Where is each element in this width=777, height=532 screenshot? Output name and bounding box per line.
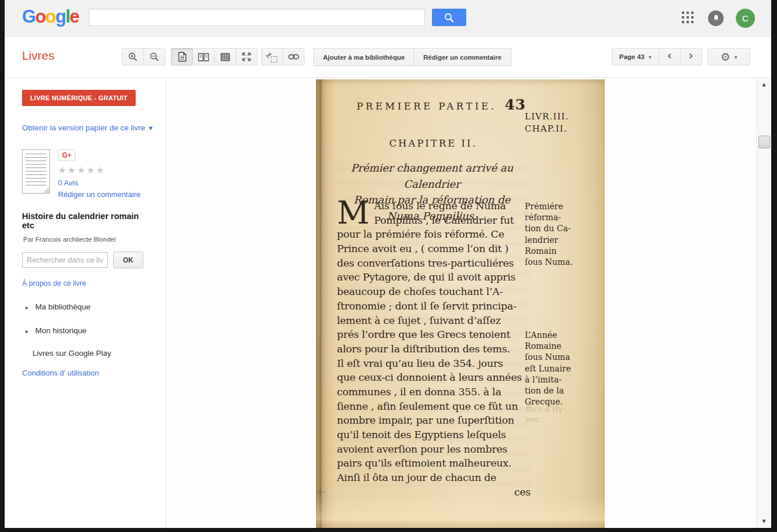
apps-grid-icon[interactable] [681, 10, 696, 25]
sidebar-item-my-history[interactable]: ▸ Mon historique [26, 326, 165, 335]
page-number: 43 [504, 96, 526, 113]
book-viewer: PREMIERE PARTIE. 43 LIVR.III. CHAP.II. C… [166, 78, 757, 528]
sidebar-item-my-library[interactable]: ▸ Ma bibliothèque [26, 303, 165, 311]
scrollbar-thumb[interactable] [758, 136, 770, 148]
write-review-link[interactable]: Rédiger un commentaire [58, 190, 140, 199]
logo-letter: o [45, 6, 55, 27]
body-line: beaucoup de choſes touchant l’A- [337, 285, 532, 299]
margin-note-lunar-year: L’Année Romaine ſous Numa eſt Lunaire à … [525, 330, 571, 407]
vertical-scrollbar[interactable]: ▲ ▼ [756, 78, 771, 528]
body-line: Prince avoit eu , ( comme l’on dit ) [337, 242, 532, 256]
page-curl-icon [43, 187, 49, 193]
search-in-book-input[interactable] [22, 252, 108, 268]
body-line: pairs qu’ils eſtimoient malheureux. [337, 456, 532, 471]
sidebar-item-google-play[interactable]: Livres sur Google Play [32, 349, 165, 358]
chevron-down-icon: ▾ [648, 54, 651, 60]
body-line: qu’il tenoit des Egyptiens leſquels [337, 428, 532, 442]
next-page-button[interactable]: › [680, 48, 702, 65]
write-review-button[interactable]: Rédiger un commentaire [413, 48, 511, 66]
catchword: ces [337, 485, 532, 500]
previous-page-button[interactable]: ‹ [659, 48, 681, 65]
my-library-label: Ma bibliothèque [35, 303, 90, 311]
scroll-down-arrow[interactable]: ▼ [757, 519, 771, 524]
page-running-header: PREMIERE PARTIE. 43 [357, 96, 526, 113]
notifications-button[interactable] [708, 10, 724, 26]
body-line: nombre impair, par une ſuperſtition [337, 413, 532, 428]
scroll-up-arrow[interactable]: ▲ [757, 82, 771, 87]
margin-note-ghost: ffice d’Hy- ver. [526, 404, 565, 425]
link-icon [288, 53, 299, 60]
logo-letter: l [66, 6, 70, 27]
page-selector-label: Page 43 [619, 53, 644, 60]
rating-column: G+ ★★★★★ 0 Avis Rédiger un commentaire [58, 150, 140, 199]
triangle-right-icon: ▸ [26, 304, 28, 311]
add-to-library-button[interactable]: Ajouter à ma bibliothèque [313, 48, 415, 66]
pencil-mark: 4- [317, 486, 326, 497]
body-line: Il eſt vrai qu’au lieu de 354. jours [337, 356, 532, 371]
fullscreen-icon [241, 52, 252, 62]
logo-letter: G [22, 6, 35, 27]
free-ebook-button[interactable]: LIVRE NUMÉRIQUE - GRATUIT [22, 90, 136, 106]
body-line: avoient averſion pour les nombres [337, 442, 532, 457]
terms-link[interactable]: Conditions d' utilisation [22, 369, 165, 377]
get-print-version-link[interactable]: Obtenir la version papier de ce livre ▼ [22, 123, 165, 132]
thumbnails-grid-icon [220, 53, 230, 61]
google-logo[interactable]: Google [22, 6, 79, 27]
book-author: Par Francois architecte Blondel [23, 236, 165, 243]
star-rating[interactable]: ★★★★★ [58, 165, 106, 176]
thumbnails-view-button[interactable] [214, 48, 236, 65]
fullscreen-button[interactable] [235, 48, 257, 65]
body-line: Ainſi il ôta un jour de chacun de [337, 471, 532, 485]
zoom-in-button[interactable] [122, 48, 144, 65]
body-text: M Ais ſous le régne de Numa Pompilius , … [337, 199, 532, 499]
clip-button[interactable]: ✂ [261, 48, 283, 65]
book-title: Histoire du calendrier romain etc [22, 212, 148, 230]
margin-note-reform: Prémiére réforma- tion du Ca- lendrier R… [525, 201, 573, 268]
search-input[interactable] [89, 9, 425, 26]
single-page-icon [178, 52, 187, 62]
triangle-right-icon: ▸ [26, 328, 28, 334]
write-review-group: Rédiger un commentaire [413, 48, 511, 66]
view-mode-group [171, 48, 257, 65]
chevron-left-icon: ‹ [667, 50, 671, 62]
get-print-label: Obtenir la version papier de ce livre [22, 123, 145, 132]
drop-cap: M [337, 199, 369, 226]
search-in-book-row: OK [22, 252, 165, 268]
page-selector-dropdown[interactable]: Page 43 ▾ [612, 48, 659, 65]
zoom-out-icon [149, 52, 159, 62]
body-line: alors pour la diſtribution des tems. [337, 342, 532, 356]
book-meta: G+ ★★★★★ 0 Avis Rédiger un commentaire [22, 150, 165, 199]
bell-icon [712, 14, 720, 22]
search-button[interactable] [432, 9, 466, 26]
gear-icon: ⚙ [720, 50, 730, 63]
two-page-icon [198, 52, 209, 62]
settings-button[interactable]: ⚙ ▾ [707, 48, 750, 65]
single-page-view-button[interactable] [171, 48, 193, 65]
add-library-group: Ajouter à ma bibliothèque [313, 48, 415, 66]
reviews-count-link[interactable]: 0 Avis [58, 178, 78, 187]
zoom-out-button[interactable] [143, 48, 165, 65]
about-book-link[interactable]: À propos de ce livre [22, 279, 165, 287]
avatar[interactable]: C [736, 9, 755, 28]
triangle-down-icon: ▼ [147, 125, 154, 132]
topbar-actions: C [681, 0, 755, 36]
content-area: LIVRE NUMÉRIQUE - GRATUIT Obtenir la ver… [5, 78, 771, 528]
chapter-heading: CHAPITRE II. [336, 138, 531, 149]
link-button[interactable] [282, 48, 304, 65]
google-plus-badge[interactable]: G+ [58, 150, 75, 161]
body-line: communes , il en donna 355. à la [337, 385, 532, 399]
page-navigation-group: Page 43 ▾ ‹ › [612, 48, 702, 65]
part-title: PREMIERE PARTIE. [357, 101, 496, 112]
sidebar: LIVRE NUMÉRIQUE - GRATUIT Obtenir la ver… [5, 78, 165, 528]
scanned-page[interactable]: PREMIERE PARTIE. 43 LIVR.III. CHAP.II. C… [316, 79, 605, 528]
body-line: des converſations tres-particuliéres [337, 256, 532, 271]
body-line: prés l’ordre que les Grecs tenoient [337, 327, 532, 342]
zoom-in-icon [128, 52, 138, 62]
ok-button[interactable]: OK [113, 252, 143, 268]
book-cover-thumbnail[interactable] [22, 150, 50, 194]
books-toolbar: Livres [5, 37, 771, 78]
books-brand-link[interactable]: Livres [22, 49, 55, 63]
search-icon [444, 12, 455, 23]
two-page-view-button[interactable] [193, 48, 215, 65]
logo-letter: e [70, 6, 79, 27]
